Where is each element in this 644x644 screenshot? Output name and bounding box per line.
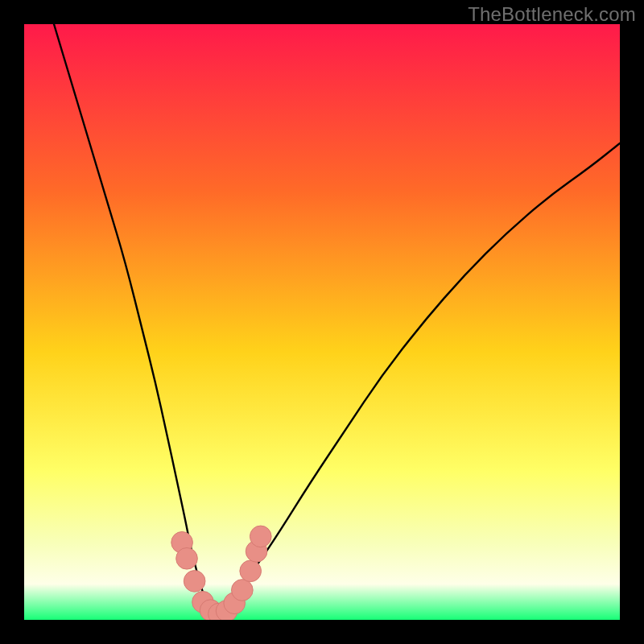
data-point-marker	[232, 580, 254, 601]
plot-area	[24, 24, 620, 620]
chart-svg	[24, 24, 620, 620]
gradient-background	[24, 24, 620, 620]
data-point-marker	[176, 547, 198, 569]
outer-frame: TheBottleneck.com	[0, 0, 644, 644]
watermark-text: TheBottleneck.com	[468, 3, 636, 26]
data-point-marker	[184, 571, 205, 592]
data-point-marker	[250, 526, 271, 547]
data-point-marker	[240, 560, 262, 582]
